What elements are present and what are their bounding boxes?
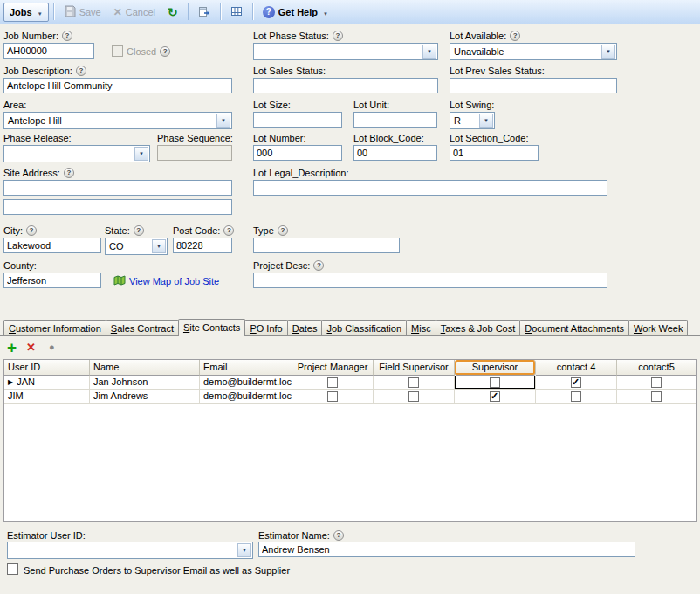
- county-input[interactable]: [3, 273, 101, 288]
- export-button[interactable]: [193, 3, 216, 22]
- dropdown-arrow-icon[interactable]: [134, 147, 148, 161]
- field-help-icon[interactable]: [223, 225, 234, 236]
- lot-legal-description-input[interactable]: [253, 180, 607, 196]
- lot-sales-status-input[interactable]: [253, 78, 438, 93]
- tab-work-week[interactable]: Work Week: [628, 320, 688, 335]
- supervisor-cell-selected[interactable]: [455, 376, 536, 390]
- state-select[interactable]: CO: [105, 238, 168, 255]
- dropdown-arrow-icon[interactable]: [601, 45, 615, 59]
- send-po-checkbox[interactable]: [7, 563, 18, 575]
- dropdown-arrow-icon[interactable]: [479, 114, 493, 128]
- user-id-cell[interactable]: JIM: [4, 390, 90, 404]
- email-cell[interactable]: demo@buildermt.loc: [200, 390, 292, 404]
- tab-taxes-job-cost[interactable]: Taxes & Job Cost: [436, 320, 521, 335]
- job-number-input[interactable]: [3, 43, 94, 59]
- field-help-icon[interactable]: [333, 31, 343, 41]
- lot-number-input[interactable]: [253, 145, 342, 161]
- contact-4-cell[interactable]: [536, 376, 617, 390]
- contact5-checkbox[interactable]: [651, 391, 662, 402]
- supervisor-checkbox[interactable]: [490, 391, 500, 402]
- add-contact-button[interactable]: +: [7, 339, 17, 356]
- field-help-icon[interactable]: [76, 66, 86, 76]
- field-help-icon[interactable]: [26, 225, 37, 236]
- contact5-cell[interactable]: [617, 390, 696, 404]
- site-address-input-1[interactable]: [3, 180, 232, 196]
- lot-phase-status-select[interactable]: [253, 43, 438, 60]
- job-description-input[interactable]: [3, 78, 232, 93]
- supervisor-cell[interactable]: [455, 390, 536, 404]
- refresh-button[interactable]: ↻: [162, 3, 183, 22]
- field-help-icon[interactable]: [333, 530, 344, 541]
- post-code-input[interactable]: [173, 238, 232, 253]
- project-desc-input[interactable]: [253, 273, 607, 288]
- field-help-icon[interactable]: [278, 225, 288, 236]
- field-supervisor-cell[interactable]: [374, 376, 455, 390]
- tab-job-classification[interactable]: Job Classification: [321, 320, 407, 335]
- tab-customer-information[interactable]: Customer Information: [3, 320, 106, 335]
- tab-sales-contract[interactable]: Sales Contract: [106, 320, 179, 335]
- lot-section-code-input[interactable]: [450, 145, 539, 161]
- phase-release-select[interactable]: [3, 145, 150, 162]
- field-help-icon[interactable]: [134, 225, 144, 236]
- name-cell[interactable]: Jan Johnson: [90, 376, 200, 390]
- tab-document-attachments[interactable]: Document Attachments: [519, 320, 629, 335]
- contact5-checkbox[interactable]: [651, 377, 662, 388]
- col-supervisor-highlighted[interactable]: Supervisor: [455, 360, 536, 376]
- user-id-cell[interactable]: ▶ JAN: [4, 376, 90, 390]
- field-supervisor-checkbox[interactable]: [408, 391, 419, 402]
- delete-contact-button[interactable]: ✕: [26, 341, 36, 354]
- lot-block-code-input[interactable]: [353, 145, 437, 161]
- field-help-icon[interactable]: [160, 46, 170, 57]
- dropdown-arrow-icon[interactable]: [237, 543, 251, 557]
- type-input[interactable]: [253, 238, 400, 253]
- project-manager-checkbox[interactable]: [327, 377, 338, 388]
- contact-4-checkbox[interactable]: [571, 391, 581, 402]
- col-contact5[interactable]: contact5: [617, 360, 696, 376]
- jobs-menu-button[interactable]: Jobs: [3, 3, 49, 22]
- col-user-id[interactable]: User ID: [4, 360, 90, 376]
- lot-unit-input[interactable]: [353, 112, 437, 128]
- dropdown-arrow-icon[interactable]: [422, 45, 436, 59]
- field-help-icon[interactable]: [313, 260, 324, 271]
- contact-4-cell[interactable]: [536, 390, 617, 404]
- col-field-supervisor[interactable]: Field Supervisor: [374, 360, 455, 376]
- col-email[interactable]: Email: [200, 360, 292, 376]
- project-manager-checkbox[interactable]: [327, 391, 338, 402]
- area-select[interactable]: Antelope Hill: [3, 112, 232, 129]
- lot-prev-sales-status-input[interactable]: [450, 78, 617, 93]
- tab-misc[interactable]: Misc: [406, 320, 436, 335]
- get-help-label: Get Help: [278, 7, 318, 17]
- col-name[interactable]: Name: [90, 360, 200, 376]
- lot-swing-select[interactable]: R: [450, 112, 495, 129]
- col-project-manager[interactable]: Project Manager: [292, 360, 374, 376]
- estimator-user-id-select[interactable]: [7, 542, 253, 559]
- dropdown-arrow-icon[interactable]: [216, 114, 230, 128]
- contact-4-checkbox[interactable]: [571, 377, 581, 388]
- name-cell[interactable]: Jim Andrews: [90, 390, 200, 404]
- tab-po-info[interactable]: PO Info: [244, 320, 287, 335]
- email-cell[interactable]: demo@buildermt.loc: [200, 376, 292, 390]
- view-map-link[interactable]: View Map of Job Site: [129, 276, 219, 287]
- contact5-cell[interactable]: [617, 376, 696, 390]
- dropdown-arrow-icon[interactable]: [152, 239, 166, 253]
- get-help-button[interactable]: Get Help: [257, 3, 333, 22]
- save-label: Save: [79, 7, 101, 17]
- tab-dates[interactable]: Dates: [287, 320, 323, 335]
- field-supervisor-checkbox[interactable]: [408, 377, 419, 388]
- project-manager-cell[interactable]: [292, 390, 374, 404]
- table-button[interactable]: [225, 3, 248, 22]
- site-address-input-2[interactable]: [3, 199, 232, 215]
- field-supervisor-cell[interactable]: [374, 390, 455, 404]
- field-help-icon[interactable]: [64, 168, 74, 178]
- lot-size-input[interactable]: [253, 112, 342, 128]
- chevron-down-icon: [36, 7, 43, 17]
- estimator-name-input[interactable]: [258, 542, 635, 557]
- lot-available-select[interactable]: Unavailable: [450, 43, 617, 60]
- city-input[interactable]: [3, 238, 101, 253]
- field-help-icon[interactable]: [62, 31, 72, 41]
- supervisor-checkbox[interactable]: [490, 377, 500, 388]
- field-help-icon[interactable]: [510, 31, 520, 41]
- tab-site-contacts[interactable]: Site Contacts: [178, 319, 245, 336]
- project-manager-cell[interactable]: [292, 376, 374, 390]
- col-contact-4[interactable]: contact 4: [536, 360, 617, 376]
